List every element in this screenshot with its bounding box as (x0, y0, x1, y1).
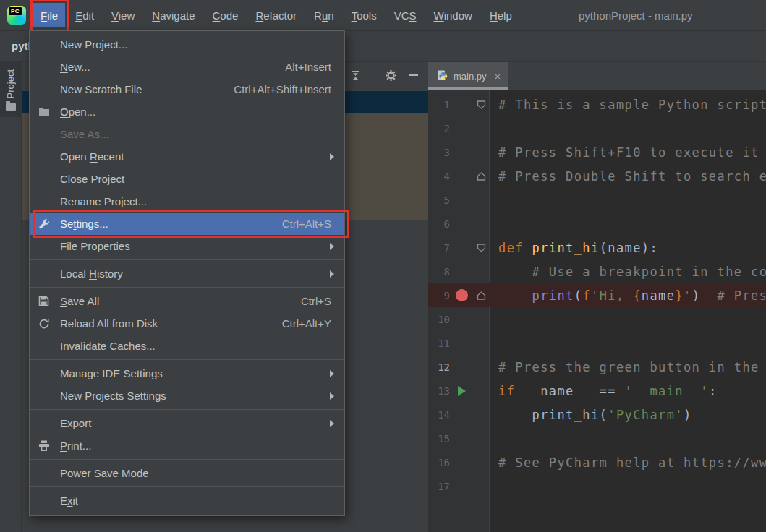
submenu-arrow-icon (330, 420, 334, 427)
code-text: print(f'Hi, {name}') # Press Ctrl+F8 to … (489, 288, 766, 303)
menu-item-settings-label: Settings... (60, 218, 108, 230)
code-line-3[interactable]: 3# Press Shift+F10 to execute it or repl… (428, 140, 766, 164)
menu-item-new-projects-settings[interactable]: New Projects Settings (30, 385, 344, 407)
menu-item-exit-label: Exit (60, 494, 78, 507)
menu-item-new-label: New... (60, 61, 90, 73)
menu-item-print[interactable]: Print... (30, 434, 344, 457)
fold-end-icon[interactable] (473, 291, 489, 300)
line-number: 17 (428, 481, 450, 492)
menu-item-settings[interactable]: Settings...Ctrl+Alt+S (30, 213, 344, 235)
breakpoint-icon[interactable] (450, 289, 473, 301)
sidebar-tab-project[interactable]: Project (0, 62, 21, 117)
menubar-item-file[interactable]: File (33, 3, 65, 27)
menu-item-export[interactable]: Export (30, 412, 344, 434)
folder-icon (38, 107, 60, 116)
menubar-item-code[interactable]: Code (205, 3, 246, 27)
menu-item-close-project-label: Close Project (60, 173, 124, 185)
code-line-17[interactable]: 17 (428, 474, 766, 498)
menu-item-invalidate-caches-label: Invalidate Caches... (60, 340, 156, 352)
menubar-item-tools-label: Tools (352, 9, 377, 22)
code-line-6[interactable]: 6 (428, 212, 766, 236)
tool-window-stripe: Project (0, 62, 22, 532)
fold-end-icon[interactable] (473, 172, 489, 181)
run-icon[interactable] (450, 386, 473, 396)
menu-bar: PC FileEditViewNavigateCodeRefactorRunTo… (0, 0, 766, 31)
code-line-5[interactable]: 5 (428, 188, 766, 212)
code-line-10[interactable]: 10 (428, 307, 766, 331)
editor-tab-bar: main.py × (428, 62, 766, 90)
menubar-item-tools[interactable]: Tools (344, 3, 384, 27)
menu-item-file-properties-label: File Properties (60, 240, 130, 252)
menu-item-open-label: Open... (60, 106, 95, 118)
code-line-16[interactable]: 16# See PyCharm help at https://www.jetb… (428, 450, 766, 474)
code-line-7[interactable]: 7def print_hi(name): (428, 236, 766, 259)
code-line-15[interactable]: 15 (428, 426, 766, 450)
menu-item-open[interactable]: Open... (30, 100, 344, 123)
menu-item-rename-project[interactable]: Rename Project... (30, 190, 344, 213)
menu-item-new[interactable]: New...Alt+Insert (30, 56, 344, 78)
menu-item-invalidate-caches[interactable]: Invalidate Caches... (30, 335, 344, 357)
code-text: print_hi('PyCharm') (489, 408, 692, 422)
window-title: pythonProject - main.py (579, 0, 693, 30)
menubar-item-view[interactable]: View (104, 3, 142, 27)
code-line-13[interactable]: 13if __name__ == '__main__': (428, 379, 766, 403)
menu-item-close-project[interactable]: Close Project (30, 168, 344, 190)
code-line-12[interactable]: 12# Press the green button in the gutter… (428, 355, 766, 379)
tab-main-py[interactable]: main.py × (428, 62, 508, 90)
menubar-item-window[interactable]: Window (427, 3, 480, 27)
menubar-item-vcs[interactable]: VCS (387, 3, 424, 27)
code-line-9[interactable]: 9 print(f'Hi, {name}') # Press Ctrl+F8 t… (428, 283, 766, 307)
menubar-item-edit[interactable]: Edit (68, 3, 101, 27)
line-number: 13 (428, 385, 450, 397)
menu-item-save-as[interactable]: Save As... (30, 123, 344, 145)
menu-item-exit[interactable]: Exit (30, 489, 344, 512)
collapse-all-icon[interactable] (350, 70, 361, 81)
menu-item-reload-all-from-disk[interactable]: Reload All from DiskCtrl+Alt+Y (30, 312, 344, 335)
menu-item-local-history[interactable]: Local History (30, 262, 344, 285)
menu-item-power-save-mode[interactable]: Power Save Mode (30, 462, 344, 484)
line-number: 3 (428, 147, 450, 158)
line-number: 6 (428, 218, 450, 230)
settings-gear-icon[interactable] (385, 69, 397, 82)
close-tab-icon[interactable]: × (495, 70, 501, 82)
menu-item-open-recent[interactable]: Open Recent (30, 145, 344, 168)
menu-item-manage-ide-settings[interactable]: Manage IDE Settings (30, 362, 344, 385)
menu-item-save-all[interactable]: Save AllCtrl+S (30, 290, 344, 312)
code-text: # Press Double Shift to search everywher… (489, 169, 766, 184)
menu-item-shortcut: Ctrl+Alt+S (282, 218, 339, 230)
submenu-arrow-icon (330, 370, 334, 377)
menu-item-new-project[interactable]: New Project... (30, 33, 344, 56)
menubar-item-refactor-label: Refactor (255, 9, 297, 22)
code-text: def print_hi(name): (489, 241, 658, 255)
fold-start-icon[interactable] (473, 100, 489, 109)
hide-panel-icon[interactable] (409, 74, 418, 76)
menubar-item-navigate[interactable]: Navigate (145, 3, 202, 27)
menubar-item-run[interactable]: Run (307, 3, 341, 27)
line-number: 5 (428, 194, 450, 206)
toolbar-separator (373, 68, 373, 82)
tab-label: main.py (454, 71, 487, 82)
menubar-item-refactor[interactable]: Refactor (248, 3, 304, 27)
menu-item-new-scratch-file-label: New Scratch File (60, 83, 142, 95)
fold-start-icon[interactable] (473, 244, 489, 252)
menu-item-save-as-label: Save As... (60, 128, 109, 140)
code-line-4[interactable]: 4# Press Double Shift to search everywhe… (428, 164, 766, 188)
save-icon (38, 296, 60, 306)
code-line-14[interactable]: 14 print_hi('PyCharm') (428, 403, 766, 426)
menu-item-reload-all-from-disk-label: Reload All from Disk (60, 317, 158, 330)
wrench-icon (38, 218, 60, 230)
menu-separator (30, 409, 344, 410)
code-line-8[interactable]: 8 # Use a breakpoint in the code line be… (428, 259, 766, 283)
menu-item-new-scratch-file[interactable]: New Scratch FileCtrl+Alt+Shift+Insert (30, 78, 344, 100)
menu-item-print-label: Print... (60, 439, 91, 452)
menubar-item-navigate-label: Navigate (152, 9, 195, 22)
menubar-item-help[interactable]: Help (482, 3, 519, 27)
code-line-11[interactable]: 11 (428, 331, 766, 355)
menubar-item-run-label: Run (314, 9, 334, 22)
menu-item-file-properties[interactable]: File Properties (30, 235, 344, 257)
code-line-1[interactable]: 1# This is a sample Python script. (428, 93, 766, 116)
code-editor[interactable]: 1# This is a sample Python script.23# Pr… (428, 90, 766, 532)
menubar-item-window-label: Window (434, 9, 472, 22)
code-line-2[interactable]: 2 (428, 116, 766, 140)
line-number: 12 (428, 361, 450, 373)
